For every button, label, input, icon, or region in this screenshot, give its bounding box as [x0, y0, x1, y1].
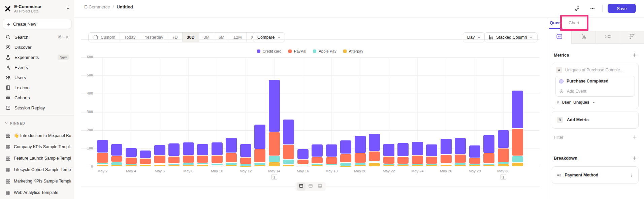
sidebar-item-events[interactable]: Events	[3, 62, 71, 72]
bar-segment-paypal[interactable]	[397, 157, 409, 164]
more-options-icon[interactable]	[588, 4, 597, 13]
bar-segment-paypal[interactable]	[426, 157, 437, 163]
sidebar-item-session-replay[interactable]: Session Replay	[3, 103, 71, 113]
bar-segment-afterpay[interactable]	[97, 165, 108, 167]
bar-segment-paypal[interactable]	[212, 156, 223, 163]
analysis-tab-flows[interactable]	[595, 31, 620, 44]
copy-link-icon[interactable]	[573, 4, 581, 13]
bar-segment-afterpay[interactable]	[183, 165, 194, 166]
bar-segment-afterpay[interactable]	[269, 162, 280, 166]
bar-segment-paypal[interactable]	[297, 160, 309, 164]
bar-segment-afterpay[interactable]	[483, 165, 494, 166]
bar-segment-paypal[interactable]	[97, 153, 108, 163]
bar-segment-apple-pay[interactable]	[455, 163, 466, 165]
bar-segment-afterpay[interactable]	[469, 165, 480, 166]
bar-segment-paypal[interactable]	[226, 153, 237, 162]
range-button-30d[interactable]: 30D	[183, 33, 199, 42]
pinned-board-item[interactable]: Feature Launch Sample Template	[3, 153, 73, 164]
bar-segment-apple-pay[interactable]	[111, 162, 122, 165]
bar-segment-credit-card[interactable]	[426, 144, 437, 156]
bar-segment-afterpay[interactable]	[254, 165, 265, 166]
bar-segment-credit-card[interactable]	[455, 138, 466, 154]
bar-segment-paypal[interactable]	[369, 152, 380, 161]
bar-segment-afterpay[interactable]	[455, 165, 466, 166]
bar-segment-apple-pay[interactable]	[212, 164, 223, 165]
add-event-row[interactable]: Add Event	[556, 86, 635, 96]
bar-segment-credit-card[interactable]	[183, 142, 194, 155]
sidebar-item-discover[interactable]: Discover	[3, 42, 71, 52]
range-button-yesterday[interactable]: Yesterday	[140, 33, 168, 42]
bar-segment-apple-pay[interactable]	[269, 156, 280, 162]
bar-segment-afterpay[interactable]	[111, 165, 122, 166]
legend-item-credit-card[interactable]: Credit card	[257, 49, 282, 53]
bar-segment-afterpay[interactable]	[240, 166, 251, 167]
granularity-button[interactable]: Day	[463, 32, 485, 42]
project-switcher[interactable]: E-Commerce All Project Data	[2, 3, 72, 15]
bar-segment-credit-card[interactable]	[483, 135, 494, 153]
bar-segment-apple-pay[interactable]	[140, 165, 151, 165]
bar-segment-paypal[interactable]	[283, 145, 294, 159]
analysis-tab-insights[interactable]	[547, 31, 571, 44]
layout-bottom-button[interactable]	[316, 183, 324, 191]
bar-segment-apple-pay[interactable]	[397, 164, 409, 165]
range-button-6m[interactable]: 6M	[214, 33, 229, 42]
bar-segment-apple-pay[interactable]	[483, 164, 494, 165]
bar-segment-paypal[interactable]	[383, 157, 394, 163]
bar-segment-paypal[interactable]	[455, 155, 466, 163]
bar-segment-paypal[interactable]	[326, 157, 337, 164]
bar-segment-paypal[interactable]	[197, 156, 208, 163]
bar-segment-credit-card[interactable]	[340, 140, 351, 154]
bar-segment-credit-card[interactable]	[226, 138, 237, 153]
bar-segment-paypal[interactable]	[154, 156, 165, 163]
layout-top-button[interactable]	[306, 183, 315, 191]
bar-segment-credit-card[interactable]	[441, 139, 452, 154]
compare-button[interactable]: Compare	[253, 32, 285, 42]
kebab-menu-icon[interactable]	[629, 173, 634, 177]
bar-segment-afterpay[interactable]	[369, 163, 380, 166]
pinned-board-item[interactable]: Web Analytics Template	[3, 187, 73, 198]
bar-segment-credit-card[interactable]	[111, 144, 122, 156]
bar-segment-apple-pay[interactable]	[226, 163, 237, 165]
bar-segment-afterpay[interactable]	[426, 165, 437, 166]
bar-segment-apple-pay[interactable]	[168, 164, 180, 165]
bar-segment-paypal[interactable]	[340, 154, 351, 163]
sidebar-item-experiments[interactable]: ExperimentsNew	[3, 52, 71, 62]
bar-segment-apple-pay[interactable]	[441, 164, 452, 165]
bar-segment-credit-card[interactable]	[254, 125, 265, 149]
create-new-button[interactable]: + Create New	[3, 19, 71, 29]
range-button-7d[interactable]: 7D	[168, 33, 183, 42]
bar-segment-apple-pay[interactable]	[197, 163, 208, 164]
event-row[interactable]: Purchase Completed	[556, 76, 635, 86]
bar-segment-afterpay[interactable]	[312, 165, 323, 166]
breadcrumb-project-link[interactable]: E-Commerce	[84, 4, 110, 9]
breakdown-property-row[interactable]: Aa Payment Method	[552, 167, 638, 184]
bar-segment-paypal[interactable]	[312, 157, 323, 163]
bar-segment-credit-card[interactable]	[140, 151, 151, 158]
bar-segment-afterpay[interactable]	[297, 166, 309, 166]
bar-segment-afterpay[interactable]	[140, 165, 151, 166]
sidebar-item-search[interactable]: Search⌘ + K	[3, 32, 71, 42]
bar-segment-paypal[interactable]	[269, 132, 280, 156]
bar-segment-credit-card[interactable]	[269, 80, 280, 132]
bar-segment-paypal[interactable]	[240, 158, 251, 164]
bar-segment-afterpay[interactable]	[212, 166, 223, 166]
bar-segment-afterpay[interactable]	[126, 165, 137, 166]
range-button-3m[interactable]: 3M	[199, 33, 214, 42]
bar-segment-credit-card[interactable]	[97, 140, 108, 153]
bar-segment-apple-pay[interactable]	[312, 164, 323, 165]
bar-segment-credit-card[interactable]	[355, 136, 366, 153]
analysis-tab-retention[interactable]	[620, 31, 644, 44]
bar-segment-apple-pay[interactable]	[412, 164, 423, 165]
bar-segment-paypal[interactable]	[111, 156, 122, 162]
range-button-custom[interactable]: Custom	[89, 33, 120, 42]
bar-segment-credit-card[interactable]	[154, 145, 165, 155]
bar-segment-apple-pay[interactable]	[512, 156, 523, 162]
bar-segment-apple-pay[interactable]	[254, 163, 265, 165]
bar-segment-credit-card[interactable]	[168, 143, 180, 156]
layout-split-button[interactable]	[297, 183, 305, 191]
breadcrumb-report-title[interactable]: Untitled	[117, 4, 133, 9]
bar-segment-afterpay[interactable]	[226, 165, 237, 166]
bar-segment-afterpay[interactable]	[397, 165, 409, 166]
sidebar-item-cohorts[interactable]: Cohorts	[3, 93, 71, 103]
bar-segment-apple-pay[interactable]	[426, 164, 437, 165]
